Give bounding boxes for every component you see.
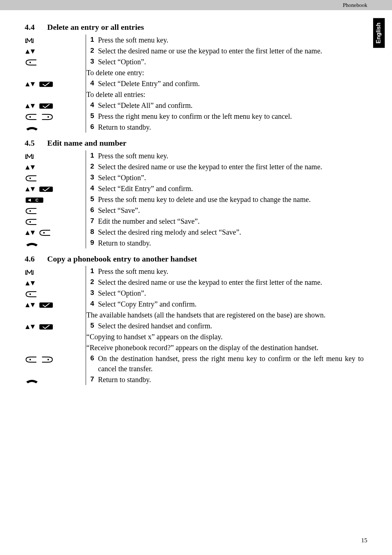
up-down-icon <box>25 186 36 193</box>
up-down-icon <box>25 48 36 55</box>
left-key-icon <box>25 59 38 66</box>
up-down-icon <box>25 81 36 88</box>
section-4-6-steps: 1 Press the soft menu key. 2 Select the … <box>25 266 364 385</box>
check-icon <box>38 323 54 331</box>
left-key-icon <box>38 229 52 236</box>
check-icon <box>38 102 54 110</box>
clear-icon <box>25 197 44 204</box>
up-down-icon <box>25 229 36 236</box>
hangup-icon <box>25 124 39 131</box>
header-label: Phonebook <box>343 1 368 9</box>
left-key-icon <box>25 113 38 121</box>
check-icon <box>38 81 54 88</box>
right-key-icon <box>41 113 54 121</box>
up-down-icon <box>25 323 36 331</box>
section-4-6-title: 4.6Copy a phonebook entry to another han… <box>25 254 364 265</box>
hangup-icon <box>25 240 39 247</box>
up-down-icon <box>25 102 36 110</box>
section-4-4-title: 4.4Delete an entry or all entries <box>25 22 364 33</box>
menu-key-icon <box>25 153 34 160</box>
page-number: 15 <box>361 536 367 545</box>
menu-key-icon <box>25 269 34 276</box>
section-4-5-steps: 1 Press the soft menu key. 2 Select the … <box>25 150 364 248</box>
menu-key-icon <box>25 37 34 44</box>
left-key-icon <box>25 356 38 363</box>
page-content: 4.4Delete an entry or all entries 1 Pres… <box>0 10 392 385</box>
left-key-icon <box>25 175 38 182</box>
check-icon <box>38 301 54 309</box>
up-down-icon <box>25 301 36 309</box>
language-tab: English <box>373 18 385 48</box>
header-bar: Phonebook <box>0 0 392 10</box>
hangup-icon <box>25 377 39 384</box>
up-down-icon <box>25 164 36 171</box>
section-4-4-steps: 1 Press the soft menu key. 2 Select the … <box>25 35 364 133</box>
section-4-5-title: 4.5Edit name and number <box>25 138 364 149</box>
right-key-icon <box>41 356 54 363</box>
up-down-icon <box>25 280 36 287</box>
left-key-icon <box>25 218 38 226</box>
left-key-icon <box>25 291 38 298</box>
left-key-icon <box>25 207 38 215</box>
check-icon <box>38 186 54 193</box>
